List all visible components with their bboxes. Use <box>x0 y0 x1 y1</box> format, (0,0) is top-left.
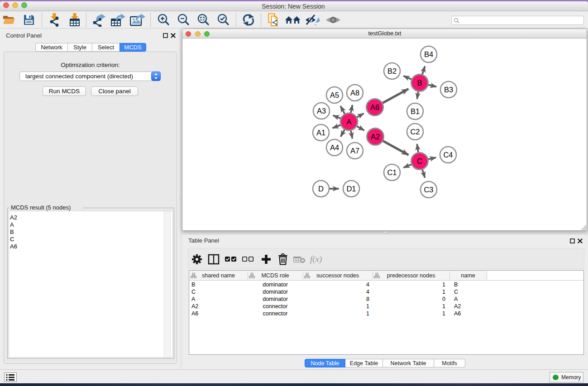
svg-text:C3: C3 <box>424 186 433 194</box>
svg-text:B: B <box>417 79 422 87</box>
svg-text:A8: A8 <box>350 89 359 97</box>
svg-text:C1: C1 <box>387 168 397 176</box>
svg-text:A7: A7 <box>350 147 359 155</box>
svg-text:A5: A5 <box>330 91 339 99</box>
svg-text:C4: C4 <box>443 151 453 159</box>
svg-text:A2: A2 <box>371 133 380 141</box>
svg-text:C: C <box>417 157 422 165</box>
svg-text:D: D <box>318 185 324 193</box>
svg-text:A6: A6 <box>370 103 379 111</box>
svg-text:D1: D1 <box>346 185 356 193</box>
svg-text:C2: C2 <box>410 128 420 136</box>
svg-text:B2: B2 <box>387 67 397 75</box>
svg-text:A: A <box>346 118 351 126</box>
svg-text:B3: B3 <box>444 86 453 94</box>
svg-text:B1: B1 <box>411 107 420 115</box>
svg-text:A3: A3 <box>317 107 326 115</box>
svg-text:A1: A1 <box>316 129 325 137</box>
svg-text:A4: A4 <box>330 143 339 152</box>
svg-text:B4: B4 <box>424 50 433 58</box>
